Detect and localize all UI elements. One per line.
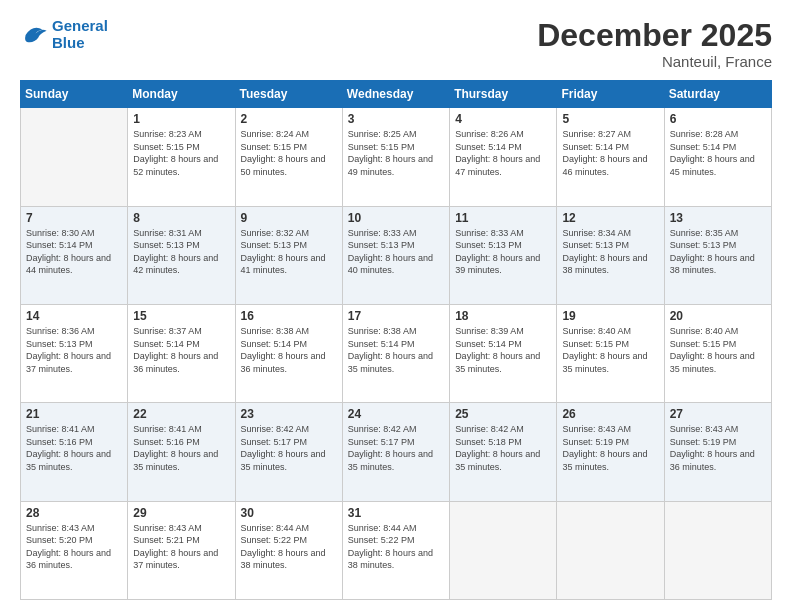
day-number: 15 bbox=[133, 309, 229, 323]
day-info: Sunrise: 8:44 AM Sunset: 5:22 PM Dayligh… bbox=[241, 522, 337, 572]
day-info: Sunrise: 8:24 AM Sunset: 5:15 PM Dayligh… bbox=[241, 128, 337, 178]
table-cell: 25 Sunrise: 8:42 AM Sunset: 5:18 PM Dayl… bbox=[450, 403, 557, 501]
day-number: 4 bbox=[455, 112, 551, 126]
table-cell bbox=[21, 108, 128, 206]
day-number: 18 bbox=[455, 309, 551, 323]
day-info: Sunrise: 8:38 AM Sunset: 5:14 PM Dayligh… bbox=[241, 325, 337, 375]
table-cell: 24 Sunrise: 8:42 AM Sunset: 5:17 PM Dayl… bbox=[342, 403, 449, 501]
table-cell: 10 Sunrise: 8:33 AM Sunset: 5:13 PM Dayl… bbox=[342, 206, 449, 304]
day-info: Sunrise: 8:33 AM Sunset: 5:13 PM Dayligh… bbox=[348, 227, 444, 277]
day-info: Sunrise: 8:43 AM Sunset: 5:19 PM Dayligh… bbox=[562, 423, 658, 473]
table-cell: 23 Sunrise: 8:42 AM Sunset: 5:17 PM Dayl… bbox=[235, 403, 342, 501]
day-number: 21 bbox=[26, 407, 122, 421]
col-monday: Monday bbox=[128, 81, 235, 108]
day-info: Sunrise: 8:26 AM Sunset: 5:14 PM Dayligh… bbox=[455, 128, 551, 178]
table-cell bbox=[450, 501, 557, 599]
table-cell bbox=[557, 501, 664, 599]
table-cell: 14 Sunrise: 8:36 AM Sunset: 5:13 PM Dayl… bbox=[21, 304, 128, 402]
title-block: December 2025 Nanteuil, France bbox=[537, 18, 772, 70]
day-number: 25 bbox=[455, 407, 551, 421]
table-cell: 22 Sunrise: 8:41 AM Sunset: 5:16 PM Dayl… bbox=[128, 403, 235, 501]
day-info: Sunrise: 8:30 AM Sunset: 5:14 PM Dayligh… bbox=[26, 227, 122, 277]
header: General Blue December 2025 Nanteuil, Fra… bbox=[20, 18, 772, 70]
day-info: Sunrise: 8:39 AM Sunset: 5:14 PM Dayligh… bbox=[455, 325, 551, 375]
day-info: Sunrise: 8:38 AM Sunset: 5:14 PM Dayligh… bbox=[348, 325, 444, 375]
day-number: 20 bbox=[670, 309, 766, 323]
calendar-header-row: Sunday Monday Tuesday Wednesday Thursday… bbox=[21, 81, 772, 108]
day-info: Sunrise: 8:44 AM Sunset: 5:22 PM Dayligh… bbox=[348, 522, 444, 572]
table-cell: 30 Sunrise: 8:44 AM Sunset: 5:22 PM Dayl… bbox=[235, 501, 342, 599]
table-cell: 16 Sunrise: 8:38 AM Sunset: 5:14 PM Dayl… bbox=[235, 304, 342, 402]
calendar-week-row: 14 Sunrise: 8:36 AM Sunset: 5:13 PM Dayl… bbox=[21, 304, 772, 402]
logo: General Blue bbox=[20, 18, 108, 51]
calendar-week-row: 1 Sunrise: 8:23 AM Sunset: 5:15 PM Dayli… bbox=[21, 108, 772, 206]
day-number: 22 bbox=[133, 407, 229, 421]
day-info: Sunrise: 8:32 AM Sunset: 5:13 PM Dayligh… bbox=[241, 227, 337, 277]
calendar-table: Sunday Monday Tuesday Wednesday Thursday… bbox=[20, 80, 772, 600]
day-info: Sunrise: 8:31 AM Sunset: 5:13 PM Dayligh… bbox=[133, 227, 229, 277]
day-number: 17 bbox=[348, 309, 444, 323]
day-info: Sunrise: 8:36 AM Sunset: 5:13 PM Dayligh… bbox=[26, 325, 122, 375]
table-cell: 21 Sunrise: 8:41 AM Sunset: 5:16 PM Dayl… bbox=[21, 403, 128, 501]
day-info: Sunrise: 8:43 AM Sunset: 5:20 PM Dayligh… bbox=[26, 522, 122, 572]
col-thursday: Thursday bbox=[450, 81, 557, 108]
day-number: 10 bbox=[348, 211, 444, 225]
day-info: Sunrise: 8:43 AM Sunset: 5:19 PM Dayligh… bbox=[670, 423, 766, 473]
col-sunday: Sunday bbox=[21, 81, 128, 108]
day-info: Sunrise: 8:41 AM Sunset: 5:16 PM Dayligh… bbox=[133, 423, 229, 473]
day-number: 31 bbox=[348, 506, 444, 520]
col-wednesday: Wednesday bbox=[342, 81, 449, 108]
table-cell: 6 Sunrise: 8:28 AM Sunset: 5:14 PM Dayli… bbox=[664, 108, 771, 206]
table-cell: 8 Sunrise: 8:31 AM Sunset: 5:13 PM Dayli… bbox=[128, 206, 235, 304]
table-cell: 1 Sunrise: 8:23 AM Sunset: 5:15 PM Dayli… bbox=[128, 108, 235, 206]
day-info: Sunrise: 8:23 AM Sunset: 5:15 PM Dayligh… bbox=[133, 128, 229, 178]
page: General Blue December 2025 Nanteuil, Fra… bbox=[0, 0, 792, 612]
table-cell: 26 Sunrise: 8:43 AM Sunset: 5:19 PM Dayl… bbox=[557, 403, 664, 501]
day-number: 6 bbox=[670, 112, 766, 126]
table-cell: 15 Sunrise: 8:37 AM Sunset: 5:14 PM Dayl… bbox=[128, 304, 235, 402]
day-info: Sunrise: 8:27 AM Sunset: 5:14 PM Dayligh… bbox=[562, 128, 658, 178]
day-number: 12 bbox=[562, 211, 658, 225]
col-tuesday: Tuesday bbox=[235, 81, 342, 108]
day-number: 2 bbox=[241, 112, 337, 126]
day-number: 14 bbox=[26, 309, 122, 323]
day-number: 30 bbox=[241, 506, 337, 520]
table-cell: 28 Sunrise: 8:43 AM Sunset: 5:20 PM Dayl… bbox=[21, 501, 128, 599]
table-cell: 17 Sunrise: 8:38 AM Sunset: 5:14 PM Dayl… bbox=[342, 304, 449, 402]
calendar-week-row: 7 Sunrise: 8:30 AM Sunset: 5:14 PM Dayli… bbox=[21, 206, 772, 304]
day-info: Sunrise: 8:41 AM Sunset: 5:16 PM Dayligh… bbox=[26, 423, 122, 473]
day-info: Sunrise: 8:33 AM Sunset: 5:13 PM Dayligh… bbox=[455, 227, 551, 277]
day-number: 7 bbox=[26, 211, 122, 225]
day-number: 26 bbox=[562, 407, 658, 421]
table-cell: 29 Sunrise: 8:43 AM Sunset: 5:21 PM Dayl… bbox=[128, 501, 235, 599]
day-number: 13 bbox=[670, 211, 766, 225]
logo-text: General Blue bbox=[52, 18, 108, 51]
table-cell: 9 Sunrise: 8:32 AM Sunset: 5:13 PM Dayli… bbox=[235, 206, 342, 304]
day-number: 5 bbox=[562, 112, 658, 126]
table-cell: 2 Sunrise: 8:24 AM Sunset: 5:15 PM Dayli… bbox=[235, 108, 342, 206]
calendar-week-row: 21 Sunrise: 8:41 AM Sunset: 5:16 PM Dayl… bbox=[21, 403, 772, 501]
day-number: 8 bbox=[133, 211, 229, 225]
location: Nanteuil, France bbox=[537, 53, 772, 70]
day-number: 19 bbox=[562, 309, 658, 323]
day-number: 23 bbox=[241, 407, 337, 421]
day-info: Sunrise: 8:40 AM Sunset: 5:15 PM Dayligh… bbox=[670, 325, 766, 375]
table-cell: 3 Sunrise: 8:25 AM Sunset: 5:15 PM Dayli… bbox=[342, 108, 449, 206]
table-cell: 20 Sunrise: 8:40 AM Sunset: 5:15 PM Dayl… bbox=[664, 304, 771, 402]
day-info: Sunrise: 8:34 AM Sunset: 5:13 PM Dayligh… bbox=[562, 227, 658, 277]
col-friday: Friday bbox=[557, 81, 664, 108]
day-info: Sunrise: 8:35 AM Sunset: 5:13 PM Dayligh… bbox=[670, 227, 766, 277]
day-number: 9 bbox=[241, 211, 337, 225]
table-cell: 4 Sunrise: 8:26 AM Sunset: 5:14 PM Dayli… bbox=[450, 108, 557, 206]
month-title: December 2025 bbox=[537, 18, 772, 53]
table-cell: 13 Sunrise: 8:35 AM Sunset: 5:13 PM Dayl… bbox=[664, 206, 771, 304]
table-cell: 7 Sunrise: 8:30 AM Sunset: 5:14 PM Dayli… bbox=[21, 206, 128, 304]
table-cell: 18 Sunrise: 8:39 AM Sunset: 5:14 PM Dayl… bbox=[450, 304, 557, 402]
table-cell: 12 Sunrise: 8:34 AM Sunset: 5:13 PM Dayl… bbox=[557, 206, 664, 304]
day-number: 11 bbox=[455, 211, 551, 225]
day-info: Sunrise: 8:42 AM Sunset: 5:17 PM Dayligh… bbox=[348, 423, 444, 473]
day-info: Sunrise: 8:25 AM Sunset: 5:15 PM Dayligh… bbox=[348, 128, 444, 178]
day-number: 3 bbox=[348, 112, 444, 126]
logo-bird-icon bbox=[20, 21, 48, 49]
day-number: 16 bbox=[241, 309, 337, 323]
